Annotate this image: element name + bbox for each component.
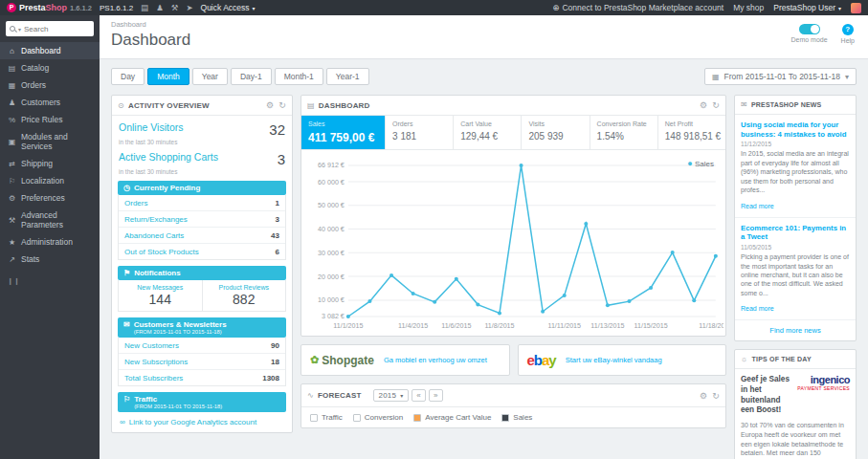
online-visitors-link[interactable]: Online Visitors [119,121,184,133]
prestashop-logo[interactable]: P PrestaShop 1.6.1.2 [7,3,92,12]
sidebar-item-preferences[interactable]: ⚙Preferences [0,189,100,207]
marketplace-link[interactable]: ⊕ Connect to PrestaShop Marketplace acco… [552,3,723,12]
news-article-title[interactable]: Using social media for your business: 4 … [741,120,850,139]
refresh-icon[interactable]: ↻ [712,100,720,110]
sidebar-item-orders[interactable]: ▦Orders [0,76,100,94]
customers-row[interactable]: New Customers90 [119,338,285,354]
sidebar-item-administration[interactable]: ★Administration [0,233,100,251]
breadcrumb[interactable]: Dashboard [111,20,857,29]
profile-icon[interactable]: ♟ [156,3,164,12]
help-icon[interactable]: ? [842,24,854,35]
find-more-news-link[interactable]: Find more news [735,320,856,340]
tools-icon[interactable]: ⚒ [171,3,179,12]
product-reviews-cell[interactable]: Product Reviews 882 [202,280,286,311]
cart-icon[interactable]: ▤ [141,3,148,12]
user-menu[interactable]: PrestaShop User ▾ [773,3,841,12]
kpi-net-profit[interactable]: Net Profit148 918,51 € [658,116,725,149]
customers-row[interactable]: New Subscriptions18 [119,354,285,370]
pending-row[interactable]: Return/Exchanges3 [119,211,285,228]
avatar[interactable] [851,3,861,13]
help-control[interactable]: ? Help [841,24,855,44]
forecast-year-select[interactable]: 2015▾ [373,389,410,402]
google-analytics-link[interactable]: ∞ Link to your Google Analytics account [112,412,292,432]
customers-row-value: 1308 [262,374,279,382]
news-article-title[interactable]: Ecommerce 101: Payments in a Tweet [741,224,850,242]
ebay-link[interactable]: Start uw eBay-winkel vandaag [566,356,662,364]
forecast-legend-conversion[interactable]: Conversion [353,413,403,422]
pending-row[interactable]: Abandoned Carts43 [119,228,285,244]
customers-row-label[interactable]: New Subscriptions [124,358,188,366]
dashboard-panel-title: DASHBOARD [319,101,370,110]
sidebar-item-localization[interactable]: ⚐Localization [0,172,100,189]
forecast-legend-average-cart-value[interactable]: Average Cart Value [413,413,491,422]
sidebar-item-customers[interactable]: ♟Customers [0,94,100,111]
pending-row[interactable]: Out of Stock Products6 [119,244,285,259]
quick-access-menu[interactable]: Quick Access ▾ [201,3,256,12]
svg-text:11/13/2015: 11/13/2015 [590,322,624,329]
forecast-legend-sales[interactable]: Sales [501,413,532,422]
new-messages-cell[interactable]: New Messages 144 [119,280,202,311]
pending-row-value: 43 [271,231,279,240]
news-article: Using social media for your business: 4 … [735,115,856,218]
kpi-cart-value[interactable]: Cart Value129,44 € [454,116,522,149]
forecast-prev-button[interactable]: « [412,389,426,402]
sidebar-item-advanced-parameters[interactable]: ⚒Advanced Parameters [0,207,100,233]
ebay-promo[interactable]: ebay Start uw eBay-winkel vandaag [518,344,727,376]
legend-label: Average Cart Value [425,413,491,422]
filter-month-1-button[interactable]: Month-1 [275,68,323,85]
search-input[interactable] [24,25,90,33]
sales-swatch-icon [501,414,509,422]
svg-text:50 000 €: 50 000 € [318,202,345,208]
rocket-icon[interactable]: ➤ [186,3,192,12]
kpi-conversion-rate[interactable]: Conversion Rate1.54% [590,116,658,149]
pending-row-label[interactable]: Abandoned Carts [124,231,184,240]
filter-month-button[interactable]: Month [147,68,189,85]
date-range-picker[interactable]: ▦ From 2015-11-01 To 2015-11-18 ▾ [704,68,857,85]
pending-row-label[interactable]: Orders [124,199,147,208]
svg-text:10 000 €: 10 000 € [318,296,345,303]
kpi-orders[interactable]: Orders3 181 [386,116,454,149]
customers-row-label[interactable]: Total Subscribers [124,374,183,382]
sidebar-item-label: Catalog [21,63,49,73]
filter-year-button[interactable]: Year [192,68,228,85]
gear-icon[interactable]: ⚙ [700,391,707,401]
read-more-link[interactable]: Read more [741,203,774,209]
active-carts-link[interactable]: Active Shopping Carts [119,151,218,163]
customers-row[interactable]: Total Subscribers1308 [119,370,285,385]
refresh-icon[interactable]: ↻ [712,391,720,401]
filter-day-button[interactable]: Day [111,68,145,85]
read-more-link[interactable]: Read more [741,305,774,312]
shopgate-promo[interactable]: ✿Shopgate Ga mobiel en verhoog uw omzet [300,344,510,376]
pending-row[interactable]: Orders1 [119,195,285,211]
customers-row-label[interactable]: New Customers [124,341,179,350]
my-shop-link[interactable]: My shop [733,3,764,12]
demo-mode-control[interactable]: Demo mode [790,24,827,44]
gear-icon[interactable]: ⚙ [700,100,707,110]
pending-row-label[interactable]: Out of Stock Products [124,248,199,256]
demo-mode-toggle[interactable] [799,24,820,34]
pending-row-label[interactable]: Return/Exchanges [124,215,188,224]
filter-day-1-button[interactable]: Day-1 [231,68,272,85]
kpi-visits[interactable]: Visits205 939 [522,116,590,149]
sidebar-collapse-button[interactable]: ❙❙ [8,277,92,285]
shop-name[interactable]: PS1.6.1.2 [100,4,133,12]
forecast-next-button[interactable]: » [429,389,443,402]
activity-panel-title: ACTIVITY OVERVIEW [128,101,210,110]
shopgate-link[interactable]: Ga mobiel en verhoog uw omzet [384,356,487,364]
forecast-legend-traffic[interactable]: Traffic [310,413,343,422]
search-box[interactable]: ▾ [6,21,94,36]
sidebar-item-modules[interactable]: ▣Modules and Services [0,128,100,155]
gear-icon[interactable]: ⚙ [266,100,274,110]
refresh-icon[interactable]: ↻ [278,100,286,110]
filter-year-1-button[interactable]: Year-1 [326,68,369,85]
search-scope-caret-icon[interactable]: ▾ [18,26,21,33]
help-label: Help [841,37,855,44]
news-article-date: 11/12/2015 [741,141,850,147]
sidebar-item-catalog[interactable]: ▤Catalog [0,59,100,76]
chart-legend[interactable]: ● Sales [687,159,714,168]
sidebar-item-stats[interactable]: ↗Stats [0,251,100,268]
sidebar-item-price-rules[interactable]: %Price Rules [0,111,100,128]
kpi-sales[interactable]: Sales411 759,00 € [301,116,386,149]
sidebar-item-shipping[interactable]: ⇄Shipping [0,155,100,172]
sidebar-item-dashboard[interactable]: ⌂Dashboard [0,42,100,59]
